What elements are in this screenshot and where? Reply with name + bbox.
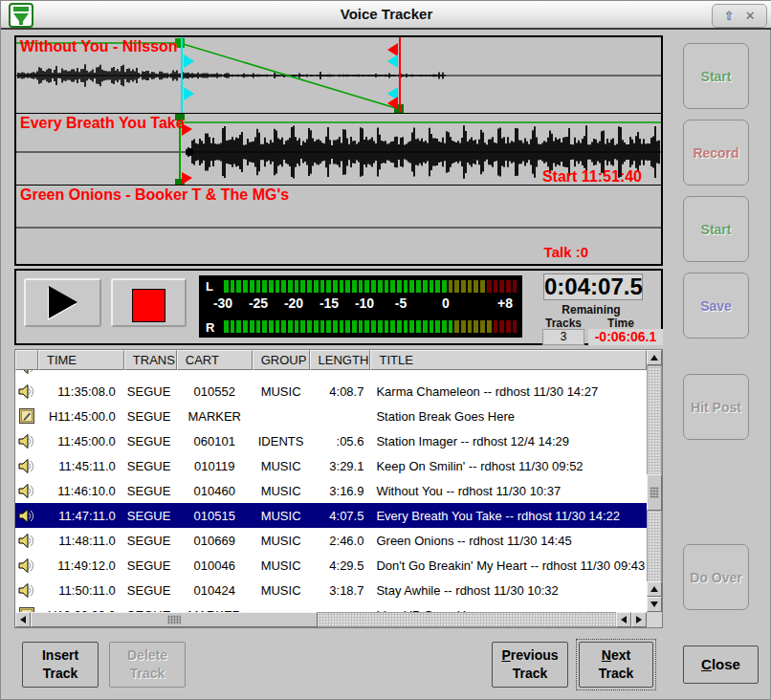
cell-group: MUSIC xyxy=(253,558,310,573)
record-button[interactable]: Record xyxy=(683,120,749,186)
cell-icon xyxy=(15,555,38,577)
remaining-label: Remaining xyxy=(529,303,653,317)
log-row[interactable]: 11:47:11.0SEGUE010515MUSIC4:07.5Every Br… xyxy=(15,503,647,528)
end-marker-top[interactable] xyxy=(387,43,398,56)
previous-track-button[interactable]: Previous Track xyxy=(492,642,568,688)
speaker-icon xyxy=(18,458,34,474)
scroll-left-button[interactable] xyxy=(15,612,31,627)
scroll-up-button-2[interactable] xyxy=(647,581,662,597)
cell-cart: 010515 xyxy=(177,509,253,523)
meter-scale: -30-25-20-15-10-50+8 xyxy=(199,295,522,317)
log-row[interactable]: 11:45:00.0SEGUE060101IDENTS:05.6Station … xyxy=(15,428,647,453)
cell-cart: 010046 xyxy=(177,558,253,573)
log-row[interactable]: H11:45:00.0SEGUEMARKERStation Break Goes… xyxy=(15,404,647,428)
close-button[interactable]: ✕ xyxy=(745,10,756,22)
cell-title: Green Onions -- rdhost 11/30 14:45 xyxy=(370,534,647,548)
start-marker-bottom[interactable] xyxy=(182,172,192,185)
play-button[interactable] xyxy=(24,278,101,327)
cell-trans: SEGUE xyxy=(124,583,177,598)
cell-len: 2:46.0 xyxy=(310,534,371,548)
cell-trans: SEGUE xyxy=(124,384,177,399)
end-segue-top[interactable] xyxy=(387,55,398,68)
meter-scale-label: -25 xyxy=(249,295,268,311)
track-2-region[interactable]: Every Breath You Take Start 11:51:40 xyxy=(16,113,661,185)
cell-title: Without You -- rdhost 11/30 10:37 xyxy=(370,484,647,498)
cell-time: 11:48:11.0 xyxy=(38,534,124,548)
cell-icon xyxy=(15,604,38,612)
log-row[interactable]: H12:00:00.0SEGUEMARKERLine UP Goes Here xyxy=(15,602,647,612)
column-header-length[interactable]: LENGTH xyxy=(310,350,371,370)
track-1-region[interactable]: Without You - Nilsson xyxy=(16,37,661,113)
scroll-right-button[interactable] xyxy=(631,612,647,627)
scroll-left-button-2[interactable] xyxy=(616,612,631,627)
cell-time: 11:45:11.0 xyxy=(38,459,124,473)
cell-title: Stay Awhile -- rdhost 11/30 10:32 xyxy=(370,583,647,598)
meter-scale-label: 0 xyxy=(442,295,450,311)
log-row[interactable]: 11:45:11.0SEGUE010119MUSIC3:29.1Keep On … xyxy=(15,453,647,478)
cell-len: 4:08.7 xyxy=(310,384,371,399)
cell-trans: SEGUE xyxy=(124,509,177,523)
save-button[interactable]: Save xyxy=(683,273,749,339)
do-over-button[interactable]: Do Over xyxy=(683,544,749,610)
titlebar[interactable]: Voice Tracker ⇧ ✕ xyxy=(1,1,771,30)
cell-group: IDENTS xyxy=(253,434,310,448)
column-header-cart[interactable]: CART xyxy=(177,350,253,370)
stop-button[interactable] xyxy=(111,278,187,327)
cell-trans: SEGUE xyxy=(124,434,177,448)
hit-post-button[interactable]: Hit Post xyxy=(683,374,749,440)
cell-trans: SEGUE xyxy=(124,484,177,498)
speaker-icon xyxy=(18,533,34,549)
cell-icon xyxy=(15,381,38,403)
cell-cart: 010424 xyxy=(177,583,253,598)
speaker-icon xyxy=(18,433,34,449)
start-button-1[interactable]: Start xyxy=(683,43,749,109)
log-row[interactable]: 11:46:10.0SEGUE010460MUSIC3:16.9Without … xyxy=(15,478,647,503)
end-marker-bottom[interactable] xyxy=(387,97,398,110)
vertical-scrollbar-thumb[interactable] xyxy=(647,474,662,511)
marker-icon xyxy=(19,408,34,424)
cell-time: 11:50:11.0 xyxy=(38,583,124,598)
column-header-time[interactable]: TIME xyxy=(38,350,124,370)
segue-marker-top[interactable] xyxy=(184,55,194,68)
horizontal-scrollbar-thumb[interactable] xyxy=(31,612,318,627)
meter-scale-label: -30 xyxy=(213,295,232,311)
cell-cart: MARKER xyxy=(177,409,253,424)
next-track-button[interactable]: Next Track xyxy=(579,642,653,688)
cell-len: :05.6 xyxy=(310,434,371,448)
meter-left-bar xyxy=(224,280,517,293)
cell-group: MUSIC xyxy=(253,484,310,498)
shade-button[interactable]: ⇧ xyxy=(723,10,734,22)
insert-track-button[interactable]: InsertTrack xyxy=(22,642,99,688)
column-header-icon[interactable] xyxy=(15,350,38,370)
start-button-2[interactable]: Start xyxy=(683,196,749,262)
log-row[interactable]: 11:48:11.0SEGUE010669MUSIC2:46.0Green On… xyxy=(15,528,647,553)
column-header-title[interactable]: TITLE xyxy=(370,350,647,370)
log-row[interactable] xyxy=(15,370,647,379)
scroll-up-button[interactable] xyxy=(647,350,662,365)
cell-cart: 060101 xyxy=(177,434,253,448)
segue-marker-bottom[interactable] xyxy=(184,87,194,100)
column-header-trans[interactable]: TRANS xyxy=(124,350,177,370)
speaker-icon xyxy=(18,483,34,499)
log-row[interactable]: 11:35:08.0SEGUE010552MUSIC4:08.7Karma Ch… xyxy=(15,379,647,404)
column-header-group[interactable]: GROUP xyxy=(253,350,310,370)
cell-cart: 010669 xyxy=(177,534,253,548)
speaker-icon xyxy=(18,582,34,599)
delete-track-button[interactable]: DeleteTrack xyxy=(109,642,186,688)
elapsed-time-display: 0:04:07.5 xyxy=(543,273,643,300)
log-row[interactable]: 11:49:12.0SEGUE010046MUSIC4:29.5Don't Go… xyxy=(15,553,647,578)
log-row[interactable]: 11:50:11.0SEGUE010424MUSIC3:18.7Stay Awh… xyxy=(15,578,647,602)
cell-icon xyxy=(15,480,38,502)
track-2-start-time: Start 11:51:40 xyxy=(542,168,642,185)
cell-len: 3:18.7 xyxy=(310,583,371,598)
track-3-region[interactable]: Green Onions - Booker T & The MG's Talk … xyxy=(16,185,661,264)
remaining-time-value: -0:06:06.1 xyxy=(588,329,663,345)
meter-scale-label: -5 xyxy=(395,295,407,311)
cell-icon xyxy=(15,580,38,602)
scroll-down-button[interactable] xyxy=(647,597,662,612)
cell-trans: SEGUE xyxy=(124,409,177,424)
speaker-icon xyxy=(18,383,34,400)
cell-group: MUSIC xyxy=(253,509,310,523)
close-dialog-button[interactable]: Close xyxy=(683,645,759,684)
cell-icon xyxy=(15,530,38,552)
